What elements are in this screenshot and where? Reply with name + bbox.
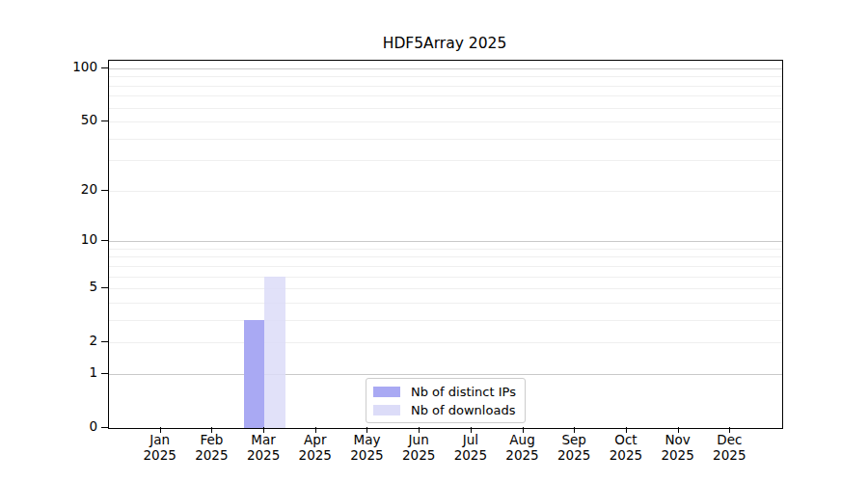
gridline-minor: [109, 86, 782, 87]
year-label: 2025: [444, 448, 498, 464]
x-axis-tick-label: Mar2025: [236, 433, 290, 463]
gridline-minor: [109, 277, 782, 278]
month-label: Nov: [651, 433, 705, 448]
bar-downloads: [264, 277, 285, 428]
year-label: 2025: [496, 448, 550, 464]
year-label: 2025: [184, 448, 238, 464]
x-axis-tick-label: Aug2025: [496, 433, 550, 463]
gridline-minor: [109, 191, 782, 192]
legend-item: Nb of downloads: [373, 401, 525, 419]
year-label: 2025: [236, 448, 290, 464]
gridline-major: [109, 241, 782, 242]
chart-title: HDF5Array 2025: [108, 35, 781, 52]
y-axis-tick: [101, 341, 108, 342]
y-axis-tick-label: 0: [57, 418, 97, 434]
year-label: 2025: [392, 448, 446, 464]
y-axis-tick-label: 2: [57, 333, 97, 348]
bar-distinct-ips: [244, 320, 265, 428]
month-label: Mar: [236, 433, 290, 448]
y-axis-tick: [101, 373, 108, 374]
y-axis-tick: [101, 190, 108, 191]
y-axis-tick-label: 20: [57, 181, 97, 197]
x-axis-tick-label: Jun2025: [392, 433, 446, 463]
gridline-minor: [109, 249, 782, 250]
month-label: May: [339, 433, 393, 448]
gridline-minor: [109, 266, 782, 267]
gridline-minor: [109, 320, 782, 321]
gridline-minor: [109, 95, 782, 96]
gridline-minor: [109, 288, 782, 289]
month-label: Oct: [599, 433, 653, 448]
month-label: Jul: [444, 433, 498, 448]
y-axis-tick-label: 50: [57, 112, 97, 127]
year-label: 2025: [288, 448, 342, 464]
x-axis-tick-label: Nov2025: [651, 433, 705, 463]
x-axis-tick-label: Feb2025: [184, 433, 238, 463]
x-axis-tick-label: Jan2025: [133, 433, 187, 463]
legend: Nb of distinct IPsNb of downloads: [366, 378, 526, 423]
y-axis-tick: [101, 120, 108, 121]
gridline-minor: [109, 256, 782, 257]
y-axis-tick-label: 100: [57, 59, 97, 74]
month-label: Apr: [288, 433, 342, 448]
plot-area: [108, 60, 783, 429]
legend-item: Nb of distinct IPs: [373, 383, 525, 401]
legend-item-label: Nb of downloads: [411, 403, 515, 417]
y-axis-tick: [101, 427, 108, 428]
x-axis-tick-label: Oct2025: [599, 433, 653, 463]
month-label: Sep: [547, 433, 601, 448]
x-axis-tick-label: Apr2025: [288, 433, 342, 463]
gridline-major: [109, 374, 782, 375]
month-label: Jun: [392, 433, 446, 448]
gridline-minor: [109, 76, 782, 77]
x-axis-tick-label: May2025: [339, 433, 393, 463]
year-label: 2025: [702, 448, 756, 464]
y-axis-tick-label: 5: [57, 279, 97, 294]
legend-swatch-icon: [373, 405, 400, 415]
x-axis-tick-label: Sep2025: [547, 433, 601, 463]
y-axis-tick: [101, 287, 108, 288]
year-label: 2025: [651, 448, 705, 464]
x-axis-tick-label: Jul2025: [444, 433, 498, 463]
y-axis-tick: [101, 67, 108, 68]
y-axis-tick-label: 1: [57, 364, 97, 380]
year-label: 2025: [547, 448, 601, 464]
legend-swatch-icon: [373, 387, 400, 397]
gridline-minor: [109, 342, 782, 343]
legend-item-label: Nb of distinct IPs: [411, 385, 516, 399]
year-label: 2025: [599, 448, 653, 464]
gridline-minor: [109, 139, 782, 140]
year-label: 2025: [133, 448, 187, 464]
y-axis-tick-label: 10: [57, 231, 97, 247]
y-axis-tick: [101, 240, 108, 241]
gridline-minor: [109, 108, 782, 109]
month-label: Feb: [184, 433, 238, 448]
gridline-minor: [109, 121, 782, 122]
month-label: Dec: [702, 433, 756, 448]
x-axis-tick-label: Dec2025: [702, 433, 756, 463]
month-label: Aug: [496, 433, 550, 448]
gridline-minor: [109, 303, 782, 304]
month-label: Jan: [133, 433, 187, 448]
figure: HDF5Array 2025 Nb of distinct IPsNb of d…: [0, 0, 868, 482]
gridline-minor: [109, 160, 782, 161]
gridline-major: [109, 68, 782, 69]
year-label: 2025: [339, 448, 393, 464]
